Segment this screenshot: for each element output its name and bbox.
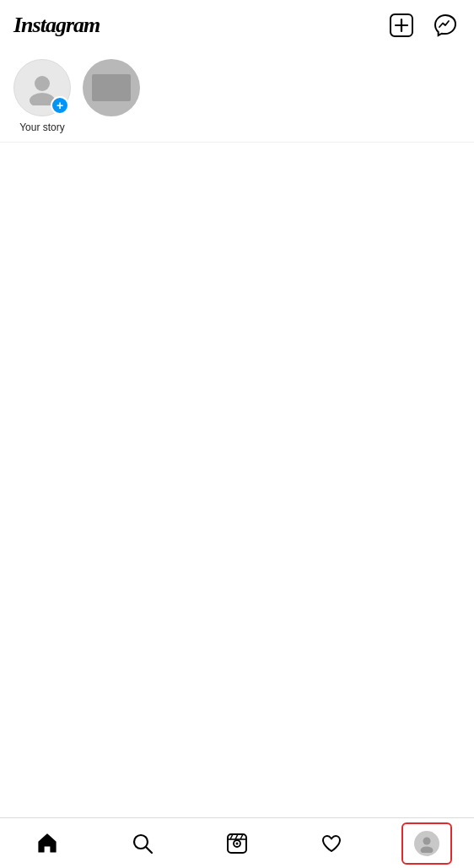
stories-row: + Your story	[0, 51, 474, 143]
main-feed	[0, 143, 474, 825]
home-icon	[36, 833, 58, 855]
story-avatar-2	[83, 59, 140, 116]
svg-point-15	[420, 846, 433, 853]
messenger-button[interactable]	[430, 10, 461, 40]
your-story-avatar-wrapper: +	[13, 59, 71, 116]
profile-avatar-small	[414, 831, 439, 856]
nav-reels[interactable]	[212, 822, 262, 865]
messenger-icon	[434, 13, 457, 37]
profile-silhouette-icon	[417, 834, 436, 853]
your-story-item[interactable]: + Your story	[13, 59, 71, 133]
nav-profile[interactable]	[401, 822, 452, 865]
svg-point-3	[35, 76, 50, 91]
header: Instagram	[0, 0, 474, 51]
bottom-nav	[0, 817, 474, 868]
heart-icon	[320, 833, 342, 855]
nav-search[interactable]	[117, 822, 168, 865]
add-post-button[interactable]	[386, 10, 417, 40]
nav-home[interactable]	[22, 822, 73, 865]
story-thumbnail-placeholder	[92, 74, 131, 101]
search-icon	[132, 833, 154, 855]
svg-line-6	[146, 847, 152, 853]
add-story-badge: +	[51, 96, 69, 115]
svg-point-9	[235, 842, 238, 844]
add-icon	[390, 13, 413, 37]
reels-icon	[226, 833, 248, 855]
nav-activity[interactable]	[306, 822, 357, 865]
svg-point-14	[423, 837, 430, 844]
header-actions	[386, 10, 461, 40]
story-item-2[interactable]	[83, 59, 140, 116]
instagram-logo: Instagram	[13, 13, 100, 38]
your-story-label: Your story	[19, 121, 65, 133]
